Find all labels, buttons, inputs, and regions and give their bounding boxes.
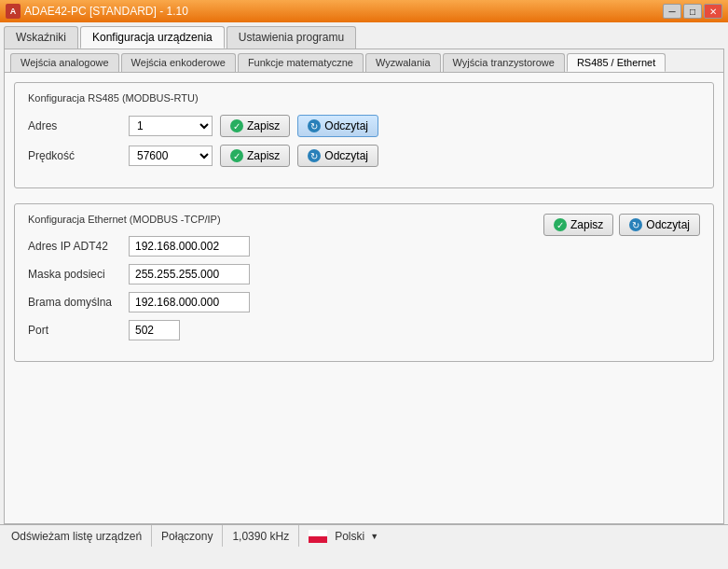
eth-read-icon: ↻	[629, 218, 642, 231]
subtab-rs485-ethernet[interactable]: RS485 / Ethernet	[567, 53, 666, 72]
panel-content: Konfiguracja RS485 (MODBUS-RTU) Adres 1 …	[5, 73, 723, 523]
ip-label: Adres IP ADT42	[28, 240, 121, 253]
frequency-status: 1,0390 kHz	[223, 525, 299, 547]
subtab-matematyczne[interactable]: Funkcje matematyczne	[238, 53, 364, 72]
app-icon: A	[6, 4, 21, 19]
eth-save-icon: ✓	[554, 218, 567, 231]
sub-tab-row: Wejścia analogowe Wejścia enkoderowe Fun…	[5, 49, 723, 73]
language-dropdown-arrow: ▼	[370, 532, 378, 541]
connection-status: Połączony	[152, 525, 223, 547]
refresh-status: Odświeżam listę urządzeń	[7, 525, 152, 547]
title-bar: A ADAE42-PC [STANDARD] - 1.10 ─ □ ✕	[0, 0, 728, 22]
rs485-save-button[interactable]: ✓ Zapisz	[220, 115, 290, 137]
ethernet-buttons: ✓ Zapisz ↻ Odczytaj	[543, 214, 700, 236]
rs485-read-button[interactable]: ↻ Odczytaj	[297, 115, 378, 137]
ethernet-save-button[interactable]: ✓ Zapisz	[543, 214, 613, 236]
ethernet-read-button[interactable]: ↻ Odczytaj	[619, 214, 700, 236]
subtab-tranzystorowe[interactable]: Wyjścia tranzystorowe	[443, 53, 565, 72]
port-label: Port	[28, 324, 121, 337]
speed-row: Prędkość 9600 19200 38400 57600 115200 ✓…	[28, 145, 700, 167]
rs485-speed-save-button[interactable]: ✓ Zapisz	[220, 145, 290, 167]
port-input[interactable]	[129, 320, 180, 340]
tab-ustawienia[interactable]: Ustawienia programu	[227, 26, 356, 49]
main-tab-row: Wskaźniki Konfiguracja urządzenia Ustawi…	[0, 22, 728, 49]
mask-row: Maska podsieci	[28, 264, 700, 284]
speed-select[interactable]: 9600 19200 38400 57600 115200	[129, 146, 213, 166]
subtab-enkoderowe[interactable]: Wejścia enkoderowe	[121, 53, 236, 72]
ip-row: Adres IP ADT42	[28, 236, 700, 257]
subtab-wyzwalania[interactable]: Wyzwalania	[365, 53, 441, 72]
mask-label: Maska podsieci	[28, 268, 121, 281]
title-bar-text: ADAE42-PC [STANDARD] - 1.10	[24, 5, 659, 18]
status-bar: Odświeżam listę urządzeń Połączony 1,039…	[0, 524, 728, 547]
speed-label: Prędkość	[28, 149, 121, 162]
title-bar-buttons: ─ □ ✕	[663, 4, 722, 19]
gateway-input[interactable]	[129, 292, 250, 312]
ip-input[interactable]	[129, 236, 250, 257]
read-icon-2: ↻	[308, 149, 321, 162]
flag-icon	[309, 530, 327, 543]
tab-panel: Wejścia analogowe Wejścia enkoderowe Fun…	[4, 49, 724, 524]
rs485-speed-read-button[interactable]: ↻ Odczytaj	[297, 145, 378, 167]
minimize-button[interactable]: ─	[663, 4, 681, 19]
tab-konfiguracja[interactable]: Konfiguracja urządzenia	[80, 26, 225, 49]
ethernet-section: Konfiguracja Ethernet (MODBUS -TCP/IP) ✓…	[14, 203, 714, 362]
port-row: Port	[28, 320, 700, 340]
subtab-analogowe[interactable]: Wejścia analogowe	[10, 53, 119, 72]
rs485-section-title: Konfiguracja RS485 (MODBUS-RTU)	[28, 92, 700, 104]
save-icon-2: ✓	[230, 149, 243, 162]
tab-wskazniki[interactable]: Wskaźniki	[4, 26, 78, 49]
address-row: Adres 1 2 3 ✓ Zapisz ↻ Odczytaj	[28, 115, 700, 137]
address-select[interactable]: 1 2 3	[129, 116, 213, 136]
mask-input[interactable]	[129, 264, 250, 284]
main-area: Wskaźniki Konfiguracja urządzenia Ustawi…	[0, 22, 728, 547]
gateway-label: Brama domyślna	[28, 296, 121, 309]
close-button[interactable]: ✕	[704, 4, 722, 19]
language-status[interactable]: Polski ▼	[299, 525, 388, 547]
maximize-button[interactable]: □	[683, 4, 702, 19]
address-label: Adres	[28, 119, 121, 132]
read-icon: ↻	[308, 119, 321, 132]
rs485-section: Konfiguracja RS485 (MODBUS-RTU) Adres 1 …	[14, 82, 714, 188]
save-icon: ✓	[230, 119, 243, 132]
gateway-row: Brama domyślna	[28, 292, 700, 312]
